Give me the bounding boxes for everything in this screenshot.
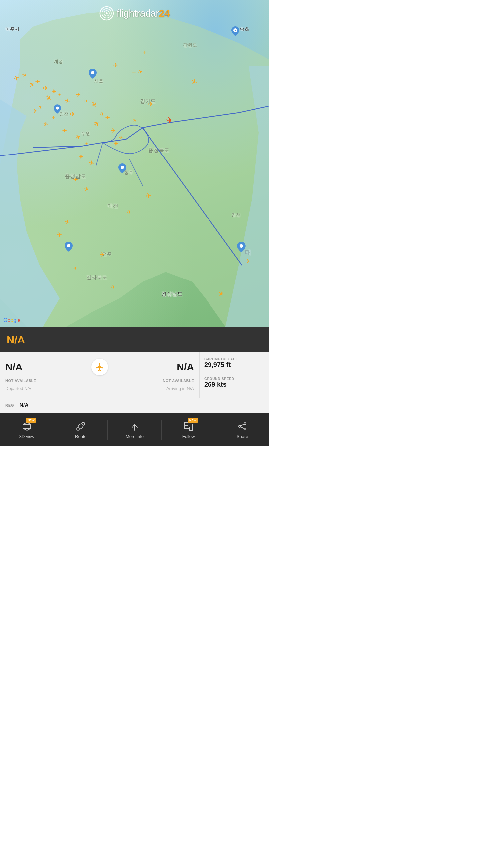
google-attribution: Google [3,317,21,323]
route-icon [75,421,86,432]
svg-point-15 [239,244,243,248]
svg-point-12 [67,244,70,247]
barometric-alt-stat: BAROMETRIC ALT. 29,975 ft [204,358,264,369]
chevron-up-icon [129,421,140,432]
logo-icon [99,6,114,21]
nav-item-moreinfo[interactable]: More info [108,417,161,443]
follow-new-badge: NEW [188,418,198,423]
map-background [0,0,269,327]
reg-block: REG N/A [0,398,269,413]
svg-point-10 [56,107,59,110]
plane-center-icon [92,359,108,375]
airport-codes-row: N/A N/A [5,359,194,375]
app-logo: flightradar24 [99,6,170,21]
arrival-code: N/A [177,362,194,373]
route-block: N/A N/A NOT AVAILABLE NOT AVAILABLE Depa… [0,352,199,398]
map-pin-incheon [54,104,61,115]
share-icon [237,421,248,432]
reg-row: REG N/A [5,403,264,408]
follow-icon: NEW [183,421,194,432]
details-main-row: N/A N/A NOT AVAILABLE NOT AVAILABLE Depa… [0,352,269,398]
nav-item-route[interactable]: Route [54,417,108,443]
barometric-alt-label: BAROMETRIC ALT. [204,358,264,361]
svg-point-11 [121,166,124,169]
barometric-alt-value: 29,975 ft [204,361,264,369]
svg-rect-22 [185,423,188,426]
cube-icon: NEW [21,421,32,432]
nav-label-3dview: 3D view [19,434,34,439]
departure-code: N/A [5,362,23,373]
cross-marker-2: + [142,49,146,56]
bottom-navigation: NEW 3D view Route [0,413,269,446]
map-pin-ne [231,26,239,37]
ground-speed-label: GROUND SPEED [204,377,264,381]
nav-label-route: Route [75,434,87,439]
map-view[interactable]: flightradar24 속초 강원도 이주시 개성 서울 경기도 인천 수원… [0,0,269,327]
nav-label-follow: Follow [182,434,195,439]
stats-block: BAROMETRIC ALT. 29,975 ft GROUND SPEED 2… [199,352,269,398]
flight-details-panel: N/A N/A NOT AVAILABLE NOT AVAILABLE Depa… [0,352,269,413]
stats-divider [204,373,264,373]
nav-item-follow[interactable]: NEW Follow [162,417,216,443]
map-pin-seoul [89,69,97,80]
cross-marker: + [132,69,136,76]
svg-point-9 [91,71,94,74]
arrival-status: Arriving in N/A [166,386,194,391]
departure-status: Departed N/A [5,386,31,391]
nav-item-share[interactable]: Share [216,417,269,443]
nav-item-3dview[interactable]: NEW 3D view [0,417,54,443]
map-pin-cheongju [118,163,126,175]
svg-point-20 [82,423,85,425]
departure-label: NOT AVAILABLE [5,379,36,382]
flight-info-panel: N/A [0,327,269,352]
svg-point-8 [106,12,108,14]
ground-speed-stat: GROUND SPEED 269 kts [204,377,264,388]
map-pin-sw [65,242,72,253]
arrival-label: NOT AVAILABLE [163,379,194,382]
reg-label: REG [5,403,14,407]
svg-point-19 [76,428,79,430]
svg-rect-23 [189,427,193,430]
3dview-new-badge: NEW [26,418,36,423]
nav-label-share: Share [237,434,248,439]
map-pin-daegu [237,242,246,254]
svg-line-31 [241,424,244,426]
nav-label-moreinfo: More info [126,434,144,439]
ground-speed-value: 269 kts [204,381,264,388]
reg-value: N/A [19,403,29,408]
flight-id: N/A [7,334,262,346]
svg-point-14 [235,30,236,31]
svg-line-32 [241,427,244,429]
